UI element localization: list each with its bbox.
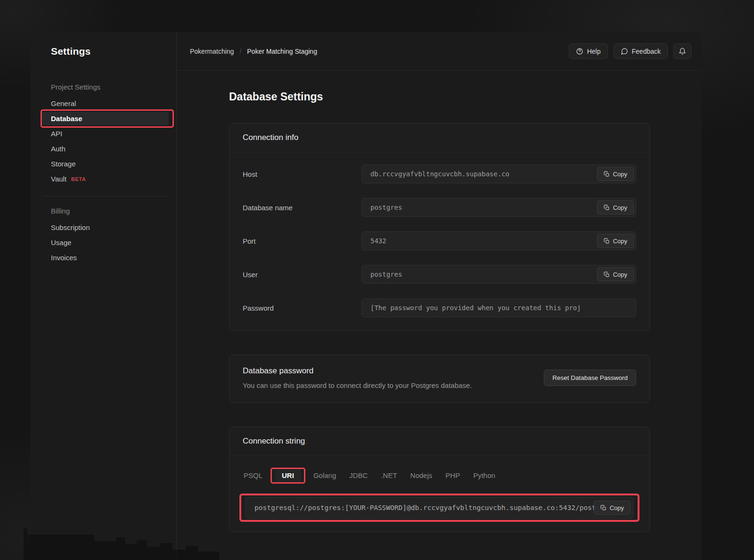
- database-name-value-field[interactable]: postgres: [361, 198, 636, 217]
- connection-string-tabs: PSQL URI Golang JDBC .NET Nodejs PHP Pyt…: [243, 468, 636, 483]
- host-field-wrap: db.rccvgyafvbltngcuvcbh.supabase.co Copy: [361, 165, 636, 183]
- field-row-user: User postgres Copy: [243, 265, 636, 284]
- copy-icon: [604, 171, 610, 177]
- help-circle-icon: [576, 48, 583, 55]
- settings-title: Settings: [51, 46, 90, 57]
- sidebar-item-vault[interactable]: Vault BETA: [42, 172, 169, 186]
- database-name-field-wrap: postgres Copy: [361, 198, 636, 217]
- user-value-field[interactable]: postgres: [361, 265, 636, 284]
- tab-python[interactable]: Python: [472, 468, 496, 483]
- copy-icon: [600, 505, 606, 511]
- page-heading: Database Settings: [229, 91, 650, 103]
- sidebar-item-usage[interactable]: Usage: [42, 236, 169, 249]
- breadcrumb: Pokermatching / Poker Matching Staging: [190, 48, 317, 55]
- reset-database-password-button[interactable]: Reset Database Password: [544, 370, 636, 386]
- sidebar-item-invoices[interactable]: Invoices: [42, 251, 169, 264]
- field-row-database-name: Database name postgres Copy: [243, 198, 636, 217]
- tab-golang[interactable]: Golang: [312, 468, 337, 483]
- chat-bubble-icon: [621, 48, 628, 55]
- database-password-body: Database password You can use this passw…: [229, 355, 649, 403]
- port-copy-button[interactable]: Copy: [597, 234, 634, 248]
- sidebar-item-database[interactable]: Database: [42, 112, 169, 125]
- tab-uri[interactable]: URI: [275, 468, 301, 483]
- database-password-title: Database password: [243, 366, 472, 376]
- connection-string-value-field[interactable]: postgresql://postgres:[YOUR-PASSWORD]@db…: [246, 497, 633, 519]
- copy-icon: [604, 272, 610, 278]
- sidebar-item-subscription[interactable]: Subscription: [42, 221, 169, 234]
- host-value-field[interactable]: db.rccvgyafvbltngcuvcbh.supabase.co: [361, 165, 636, 183]
- connection-info-title: Connection info: [243, 133, 298, 142]
- breadcrumb-project[interactable]: Pokermatching: [190, 48, 234, 55]
- sidebar-item-storage[interactable]: Storage: [42, 157, 169, 171]
- notifications-button[interactable]: [673, 43, 691, 59]
- sidebar-item-api[interactable]: API: [42, 127, 169, 140]
- database-password-text: Database password You can use this passw…: [243, 366, 472, 389]
- user-copy-button[interactable]: Copy: [597, 267, 634, 281]
- connection-string-header: Connection string: [229, 427, 649, 456]
- database-name-label: Database name: [243, 204, 361, 212]
- host-copy-button[interactable]: Copy: [597, 167, 634, 181]
- content: Database Settings Connection info Host d…: [177, 71, 702, 560]
- connection-string-row: postgresql://postgres:[YOUR-PASSWORD]@db…: [246, 497, 633, 519]
- field-row-port: Port 5432 Copy: [243, 231, 636, 250]
- settings-panel: Settings Project Settings General Databa…: [30, 32, 702, 560]
- main-area: Pokermatching / Poker Matching Staging H…: [177, 32, 702, 560]
- tab-jdbc[interactable]: JDBC: [348, 468, 369, 483]
- user-label: User: [243, 271, 361, 279]
- copy-button-label: Copy: [613, 171, 627, 178]
- sidebar-header: Settings: [30, 32, 176, 71]
- topbar-actions: Help Feedback: [569, 43, 691, 59]
- copy-icon: [604, 238, 610, 244]
- password-label: Password: [243, 304, 361, 312]
- sidebar-divider: [42, 196, 169, 197]
- section-label-billing: Billing: [51, 207, 169, 215]
- help-button-label: Help: [587, 48, 601, 55]
- breadcrumb-environment[interactable]: Poker Matching Staging: [247, 48, 317, 55]
- sidebar-item-auth[interactable]: Auth: [42, 142, 169, 156]
- database-name-copy-button[interactable]: Copy: [597, 200, 634, 214]
- bell-icon: [679, 48, 686, 55]
- connection-info-card: Connection info Host db.rccvgyafvbltngcu…: [229, 123, 650, 331]
- breadcrumb-separator: /: [239, 48, 241, 55]
- tab-dotnet[interactable]: .NET: [380, 468, 398, 483]
- tab-uri-wrap: URI: [275, 471, 301, 480]
- copy-button-label: Copy: [613, 271, 627, 278]
- skyline-decoration: [24, 522, 219, 560]
- feedback-button[interactable]: Feedback: [614, 43, 668, 59]
- sidebar-item-general[interactable]: General: [42, 97, 169, 110]
- sidebar-nav: Project Settings General Database API Au…: [30, 71, 176, 275]
- host-label: Host: [243, 170, 361, 178]
- help-button[interactable]: Help: [569, 43, 608, 59]
- sidebar: Settings Project Settings General Databa…: [30, 32, 177, 560]
- top-bar: Pokermatching / Poker Matching Staging H…: [177, 32, 702, 71]
- tab-psql[interactable]: PSQL: [243, 468, 263, 483]
- copy-button-label: Copy: [610, 504, 624, 511]
- connection-info-body: Host db.rccvgyafvbltngcuvcbh.supabase.co…: [229, 152, 649, 330]
- feedback-button-label: Feedback: [632, 48, 661, 55]
- section-label-project-settings: Project Settings: [51, 83, 169, 91]
- password-value-field[interactable]: [The password you provided when you crea…: [361, 298, 636, 317]
- database-password-card: Database password You can use this passw…: [229, 354, 650, 403]
- connection-info-header: Connection info: [229, 124, 649, 152]
- sidebar-item-database-wrap: Database: [42, 112, 169, 125]
- database-password-description: You can use this password to connect dir…: [243, 381, 472, 389]
- copy-button-label: Copy: [613, 204, 627, 211]
- tab-php[interactable]: PHP: [444, 468, 461, 483]
- user-field-wrap: postgres Copy: [361, 265, 636, 284]
- page: { "app": { "title": "Settings", "breadcr…: [0, 0, 754, 560]
- port-label: Port: [243, 237, 361, 245]
- connection-string-copy-button[interactable]: Copy: [594, 501, 631, 515]
- beta-badge: BETA: [71, 176, 86, 182]
- field-row-password: Password [The password you provided when…: [243, 298, 636, 317]
- connection-string-card: Connection string PSQL URI Golang JDBC .…: [229, 427, 650, 532]
- sidebar-item-vault-label: Vault: [51, 175, 66, 183]
- port-field-wrap: 5432 Copy: [361, 231, 636, 250]
- copy-icon: [604, 205, 610, 211]
- connection-string-body: PSQL URI Golang JDBC .NET Nodejs PHP Pyt…: [229, 456, 649, 532]
- tab-nodejs[interactable]: Nodejs: [410, 468, 434, 483]
- port-value-field[interactable]: 5432: [361, 231, 636, 250]
- field-row-host: Host db.rccvgyafvbltngcuvcbh.supabase.co…: [243, 165, 636, 183]
- connection-string-title: Connection string: [243, 436, 305, 445]
- copy-button-label: Copy: [613, 238, 627, 245]
- password-field-wrap: [The password you provided when you crea…: [361, 298, 636, 317]
